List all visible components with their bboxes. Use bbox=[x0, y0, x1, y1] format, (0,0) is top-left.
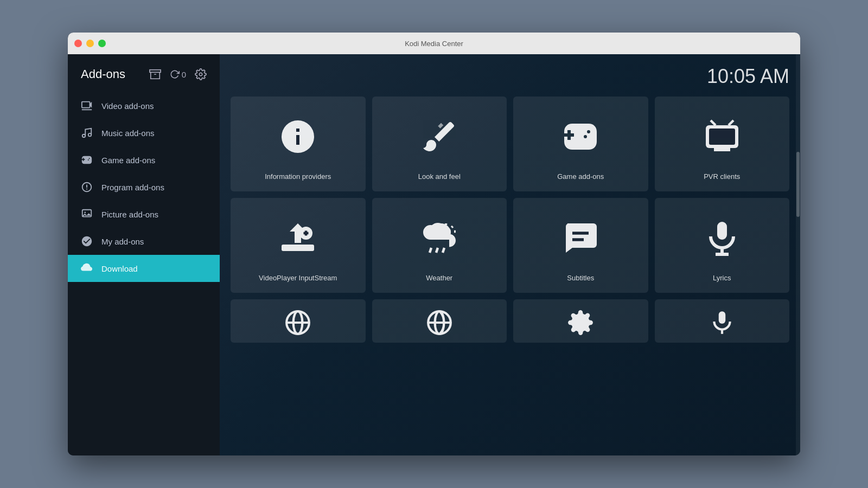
grid-item-partial-2[interactable] bbox=[372, 299, 507, 343]
sidebar-item-game-addons[interactable]: Game add-ons bbox=[68, 146, 220, 174]
maximize-button[interactable] bbox=[98, 40, 106, 47]
grid-item-label: Information providers bbox=[265, 172, 331, 182]
grid-item-label: Subtitles bbox=[567, 274, 594, 283]
settings-icon[interactable] bbox=[195, 68, 207, 80]
sidebar-item-program-addons[interactable]: Program add-ons bbox=[68, 174, 220, 201]
scrollbar-track[interactable] bbox=[796, 54, 800, 455]
grid-item-partial-4[interactable] bbox=[655, 299, 790, 343]
lyrics-icon bbox=[703, 209, 742, 267]
svg-point-9 bbox=[84, 211, 86, 213]
weather-icon bbox=[420, 209, 459, 267]
svg-rect-38 bbox=[719, 311, 726, 324]
sidebar-item-label: Music add-ons bbox=[101, 129, 155, 138]
close-button[interactable] bbox=[74, 40, 82, 47]
grid-item-weather[interactable]: Weather bbox=[372, 198, 507, 293]
svg-rect-12 bbox=[709, 129, 735, 145]
main-content: 10:05 AM Information providers bbox=[220, 54, 800, 455]
sidebar-item-my-addons[interactable]: My add-ons bbox=[68, 228, 220, 255]
scrollbar-thumb[interactable] bbox=[796, 152, 800, 217]
grid-item-pvr-clients[interactable]: PVR clients bbox=[655, 97, 790, 191]
addon-grid-partial bbox=[231, 299, 789, 343]
svg-line-15 bbox=[711, 120, 716, 125]
clock-display: 10:05 AM bbox=[707, 65, 789, 88]
refresh-count-value: 0 bbox=[182, 70, 186, 79]
sidebar-item-label: Program add-ons bbox=[101, 183, 164, 192]
grid-item-information-providers[interactable]: Information providers bbox=[231, 97, 366, 191]
grid-item-label: Game add-ons bbox=[557, 172, 604, 182]
grid-item-look-and-feel[interactable]: Look and feel bbox=[372, 97, 507, 191]
videoplayer-icon bbox=[278, 209, 317, 267]
sidebar-item-label: Game add-ons bbox=[101, 156, 155, 165]
pvr-icon bbox=[703, 107, 742, 166]
app-window: Kodi Media Center Add-ons bbox=[68, 33, 800, 455]
svg-line-23 bbox=[430, 248, 431, 253]
grid-item-label: Lyrics bbox=[713, 274, 731, 283]
grid-item-label: VideoPlayer InputStream bbox=[259, 274, 337, 283]
svg-rect-0 bbox=[150, 70, 161, 73]
svg-point-2 bbox=[199, 73, 202, 76]
sidebar-controls: 0 bbox=[149, 68, 207, 80]
svg-point-7 bbox=[88, 133, 92, 137]
info-icon bbox=[278, 107, 317, 166]
sidebar: Add-ons bbox=[68, 54, 220, 455]
grid-item-game-addons-tile[interactable]: Game add-ons bbox=[513, 97, 648, 191]
grid-item-label: PVR clients bbox=[704, 172, 740, 182]
svg-line-24 bbox=[436, 248, 438, 253]
svg-rect-28 bbox=[717, 222, 727, 240]
sidebar-item-label: Download bbox=[101, 264, 138, 273]
window-controls bbox=[74, 40, 106, 47]
refresh-control[interactable]: 0 bbox=[170, 69, 186, 79]
app-body: Add-ons bbox=[68, 54, 800, 455]
grid-item-videoplayer-inputstream[interactable]: VideoPlayer InputStream bbox=[231, 198, 366, 293]
svg-line-25 bbox=[443, 248, 444, 253]
sidebar-item-music-addons[interactable]: Music add-ons bbox=[68, 119, 220, 146]
sidebar-item-label: Picture add-ons bbox=[101, 210, 158, 219]
sidebar-item-download[interactable]: Download bbox=[68, 255, 220, 282]
sidebar-item-label: Video add-ons bbox=[101, 101, 154, 111]
main-header: 10:05 AM bbox=[231, 65, 789, 88]
svg-rect-17 bbox=[282, 245, 314, 251]
sidebar-header: Add-ons bbox=[68, 54, 220, 92]
sidebar-title: Add-ons bbox=[81, 67, 125, 81]
addon-grid: Information providers Look and feel bbox=[231, 97, 789, 293]
subtitles-icon bbox=[561, 209, 600, 267]
sidebar-item-video-addons[interactable]: Video add-ons bbox=[68, 92, 220, 119]
grid-item-label: Weather bbox=[426, 274, 452, 283]
box-icon[interactable] bbox=[149, 68, 161, 80]
sidebar-nav: Video add-ons Music add-ons Ga bbox=[68, 92, 220, 455]
svg-point-6 bbox=[82, 134, 86, 138]
sidebar-item-picture-addons[interactable]: Picture add-ons bbox=[68, 201, 220, 228]
svg-line-16 bbox=[729, 120, 733, 125]
svg-rect-3 bbox=[82, 102, 90, 108]
sidebar-item-label: My add-ons bbox=[101, 237, 144, 246]
lookandfeel-icon bbox=[420, 107, 459, 166]
titlebar: Kodi Media Center bbox=[68, 33, 800, 54]
grid-item-partial-3[interactable] bbox=[513, 299, 648, 343]
grid-item-lyrics[interactable]: Lyrics bbox=[655, 198, 790, 293]
grid-item-label: Look and feel bbox=[418, 172, 461, 182]
grid-item-partial-1[interactable] bbox=[231, 299, 366, 343]
minimize-button[interactable] bbox=[86, 40, 94, 47]
grid-item-subtitles[interactable]: Subtitles bbox=[513, 198, 648, 293]
window-title: Kodi Media Center bbox=[405, 40, 463, 48]
svg-line-21 bbox=[451, 226, 452, 227]
gamepad-icon bbox=[561, 107, 600, 166]
